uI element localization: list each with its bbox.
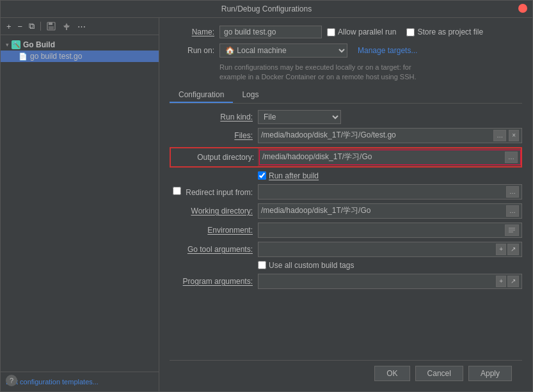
manage-targets-link[interactable]: Manage targets... [358,46,417,55]
dialog-title: Run/Debug Configurations [221,4,312,13]
svg-rect-3 [509,228,515,229]
tabs-bar: Configuration Logs [170,88,522,104]
redirect-input-checkbox[interactable] [173,187,181,195]
redirect-input-label: Redirect input from: [170,187,253,197]
program-args-label: Program arguments: [170,277,253,286]
program-args-row: Program arguments: + ↗ [170,274,522,289]
toolbar: + − ⧉ ⋯ [1,18,159,35]
go-build-group-label: Go Build [23,40,55,49]
run-on-label: Run on: [170,46,214,55]
edit-templates-link[interactable]: Edit configuration templates... [6,378,99,386]
tab-logs[interactable]: Logs [233,88,267,103]
run-kind-label: Run kind: [170,113,253,122]
environment-edit-button[interactable] [505,224,519,236]
run-after-build-row: Run after build [258,171,522,180]
working-dir-browse-button[interactable]: … [506,205,519,217]
run-kind-select[interactable]: File [258,110,341,124]
output-dir-browse-button[interactable]: … [505,152,518,163]
add-config-button[interactable]: + [4,21,13,32]
files-input-wrap: … × [258,128,522,143]
go-build-group-header[interactable]: ▾ 🔨 Go Build [1,39,159,51]
custom-build-tags-checkbox[interactable] [258,261,266,269]
allow-parallel-checkbox[interactable] [327,28,335,36]
name-row: Name: Allow parallel run Store as projec… [170,26,522,38]
output-dir-label: Output directory: [171,153,254,162]
environment-label: Environment: [170,226,253,235]
files-clear-button[interactable]: × [509,130,519,141]
go-tool-args-row: Go tool arguments: + ↗ [170,242,522,257]
go-tool-args-input[interactable] [261,245,495,254]
files-input[interactable] [261,131,492,140]
name-label: Name: [170,27,214,36]
go-build-icon: 🔨 [12,40,20,49]
run-on-dropdown[interactable]: 🏠 Local machine [219,43,347,58]
run-kind-row: Run kind: File [170,110,522,124]
help-button[interactable]: ? [6,375,17,386]
run-after-build-label[interactable]: Run after build [258,171,319,180]
save-config-button[interactable] [45,21,58,31]
right-panel: Name: Allow parallel run Store as projec… [159,18,532,391]
tab-configuration[interactable]: Configuration [170,88,233,103]
redirect-input-wrap: … [258,184,522,200]
go-tool-args-add-button[interactable]: + [496,244,506,255]
redirect-input-input[interactable] [261,187,505,196]
ok-button[interactable]: OK [374,366,410,381]
config-form: Run kind: File Files: … × [170,110,522,289]
left-footer: Edit configuration templates... [1,372,159,391]
program-args-input[interactable] [261,277,495,286]
cancel-button[interactable]: Cancel [415,366,463,381]
files-browse-button[interactable]: … [493,130,506,141]
custom-build-tags-row: Use all custom build tags [258,261,522,270]
custom-build-tags-label[interactable]: Use all custom build tags [258,261,354,270]
program-args-expand-button[interactable]: ↗ [507,276,519,287]
environment-input-wrap [258,223,522,238]
right-inner: Name: Allow parallel run Store as projec… [170,26,522,386]
spacer [170,289,522,360]
more-config-button[interactable]: ⋯ [76,21,88,32]
working-dir-input-wrap: … [258,203,522,219]
allow-parallel-label[interactable]: Allow parallel run [327,27,396,36]
hint-text: Run configurations may be executed local… [219,63,522,82]
copy-config-button[interactable]: ⧉ [27,20,36,32]
file-icon: 📄 [19,52,28,61]
name-input[interactable] [219,26,322,38]
svg-rect-2 [49,26,54,29]
pin-config-button[interactable] [60,21,73,31]
close-button[interactable] [518,4,527,13]
output-dir-input-wrap: … [259,150,521,165]
files-label: Files: [170,131,253,140]
store-project-label[interactable]: Store as project file [406,27,483,36]
go-tool-args-label: Go tool arguments: [170,245,253,254]
toolbar-separator [40,22,41,31]
tree-area: ▾ 🔨 Go Build 📄 go build test.go [1,35,159,372]
program-args-add-button[interactable]: + [496,276,506,287]
svg-rect-4 [509,230,515,231]
files-row: Files: … × [170,128,522,143]
program-args-input-wrap: + ↗ [258,274,522,289]
store-project-checkbox[interactable] [406,28,415,36]
working-dir-input[interactable] [261,207,505,216]
output-dir-row: Output directory: … [170,147,522,168]
bottom-bar: OK Cancel Apply [170,360,522,386]
go-build-item[interactable]: 📄 go build test.go [1,51,159,62]
working-dir-label: Working directory: [170,207,253,216]
go-tool-args-input-wrap: + ↗ [258,242,522,257]
svg-rect-1 [49,22,52,25]
main-content: + − ⧉ ⋯ [1,18,532,391]
environment-row: Environment: [170,223,522,238]
go-tool-args-expand-button[interactable]: ↗ [507,244,519,255]
redirect-input-row: Redirect input from: … [170,184,522,200]
apply-button[interactable]: Apply [468,366,512,381]
left-panel: + − ⧉ ⋯ [1,18,159,391]
remove-config-button[interactable]: − [16,21,25,32]
svg-rect-5 [509,231,513,233]
run-on-row: Run on: 🏠 Local machine Manage targets..… [170,43,522,58]
output-dir-input[interactable] [262,153,504,162]
working-dir-row: Working directory: … [170,203,522,219]
title-bar: Run/Debug Configurations [1,1,532,18]
go-build-item-label: go build test.go [30,52,82,61]
run-after-build-checkbox[interactable] [258,171,266,180]
run-debug-dialog: Run/Debug Configurations + − ⧉ [0,0,533,392]
redirect-input-browse-button[interactable]: … [506,186,519,198]
environment-input[interactable] [261,226,504,235]
